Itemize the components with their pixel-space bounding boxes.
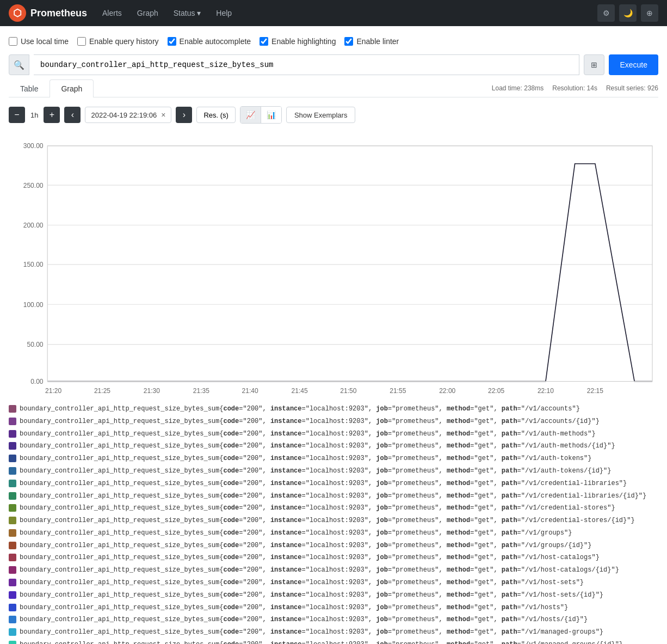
legend-color-6 (9, 480, 16, 487)
legend-item[interactable]: boundary_controller_api_http_request_siz… (9, 551, 658, 564)
tab-graph[interactable]: Graph (50, 79, 94, 97)
enable-highlighting-checkbox[interactable] (260, 37, 268, 46)
nav-alerts[interactable]: Alerts (96, 5, 128, 21)
tab-row: Table Graph Load time: 238ms Resolution:… (9, 79, 658, 97)
query-input[interactable] (34, 54, 579, 75)
legend-item[interactable]: boundary_controller_api_http_request_siz… (9, 465, 658, 477)
enable-linter-label[interactable]: Enable linter (344, 37, 399, 46)
tab-table[interactable]: Table (9, 79, 50, 97)
svg-text:22:00: 22:00 (439, 387, 455, 395)
nav-right: ⚙ 🌙 ⊕ (597, 4, 658, 22)
zoom-out-btn[interactable]: − (9, 107, 25, 123)
legend-color-2 (9, 430, 16, 438)
nav-graph[interactable]: Graph (131, 5, 165, 21)
legend-item[interactable]: boundary_controller_api_http_request_siz… (9, 428, 658, 440)
legend-item[interactable]: boundary_controller_api_http_request_siz… (9, 440, 658, 452)
legend-color-17 (9, 616, 16, 623)
legend-color-12 (9, 554, 16, 561)
legend: boundary_controller_api_http_request_siz… (9, 403, 658, 644)
legend-text-15: boundary_controller_api_http_request_siz… (20, 591, 603, 600)
graph-controls: − 1h + ‹ 2022-04-19 22:19:06 × › Res. (s… (9, 102, 658, 128)
svg-text:22:10: 22:10 (538, 387, 554, 395)
legend-color-8 (9, 504, 16, 512)
svg-text:22:05: 22:05 (488, 387, 504, 395)
timestamp-text: 2022-04-19 22:19:06 (91, 111, 157, 119)
line-chart-btn[interactable]: 📈 (240, 107, 261, 123)
legend-item[interactable]: boundary_controller_api_http_request_siz… (9, 514, 658, 527)
tab-meta: Load time: 238ms Resolution: 14s Result … (492, 80, 658, 96)
legend-item[interactable]: boundary_controller_api_http_request_siz… (9, 589, 658, 602)
svg-text:300.00: 300.00 (23, 142, 44, 150)
legend-item[interactable]: boundary_controller_api_http_request_siz… (9, 502, 658, 514)
svg-text:150.00: 150.00 (23, 261, 44, 268)
nav-help[interactable]: Help (209, 5, 238, 21)
use-local-time-label[interactable]: Use local time (9, 37, 69, 46)
enable-autocomplete-text: Enable autocomplete (180, 37, 251, 46)
svg-text:21:40: 21:40 (242, 387, 258, 395)
theme-icon-btn[interactable]: 🌙 (619, 4, 637, 22)
legend-item[interactable]: boundary_controller_api_http_request_siz… (9, 452, 658, 465)
legend-text-4: boundary_controller_api_http_request_siz… (20, 454, 591, 463)
legend-text-14: boundary_controller_api_http_request_siz… (20, 578, 584, 587)
legend-item[interactable]: boundary_controller_api_http_request_siz… (9, 626, 658, 639)
legend-text-0: boundary_controller_api_http_request_siz… (20, 404, 580, 414)
legend-color-13 (9, 566, 16, 574)
legend-text-9: boundary_controller_api_http_request_siz… (20, 516, 635, 525)
legend-text-1: boundary_controller_api_http_request_siz… (20, 417, 600, 426)
resolution-btn[interactable]: Res. (s) (196, 107, 236, 123)
nav-links: Alerts Graph Status ▾ Help (96, 5, 238, 21)
chart-container: 300.00 250.00 200.00 150.00 100.00 50.00… (9, 128, 658, 396)
legend-item[interactable]: boundary_controller_api_http_request_siz… (9, 639, 658, 644)
svg-text:250.00: 250.00 (23, 182, 44, 189)
legend-item[interactable]: boundary_controller_api_http_request_siz… (9, 602, 658, 614)
load-time: Load time: 238ms (492, 84, 544, 92)
svg-text:21:55: 21:55 (390, 387, 406, 395)
legend-item[interactable]: boundary_controller_api_http_request_siz… (9, 490, 658, 502)
legend-item[interactable]: boundary_controller_api_http_request_siz… (9, 527, 658, 539)
use-local-time-checkbox[interactable] (9, 37, 17, 46)
legend-color-18 (9, 628, 16, 636)
metrics-browser-btn[interactable]: ⊞ (584, 54, 604, 75)
time-back-btn[interactable]: ‹ (64, 107, 81, 123)
result-series: Result series: 926 (606, 84, 658, 92)
navbar: ⬡ Prometheus Alerts Graph Status ▾ Help … (0, 0, 667, 26)
legend-text-10: boundary_controller_api_http_request_siz… (20, 529, 572, 538)
duration-display: 1h (29, 111, 39, 119)
search-icon-btn[interactable]: 🔍 (9, 54, 29, 75)
execute-button[interactable]: Execute (609, 54, 658, 75)
enable-autocomplete-label[interactable]: Enable autocomplete (168, 37, 251, 46)
enable-query-history-checkbox[interactable] (77, 37, 86, 46)
enable-highlighting-label[interactable]: Enable highlighting (260, 37, 336, 46)
legend-color-9 (9, 517, 16, 524)
enable-query-history-label[interactable]: Enable query history (77, 37, 159, 46)
legend-text-13: boundary_controller_api_http_request_siz… (20, 566, 619, 575)
time-forward-btn[interactable]: › (176, 107, 192, 123)
legend-color-16 (9, 604, 16, 611)
svg-text:22:15: 22:15 (587, 387, 603, 395)
clear-time-btn[interactable]: × (161, 111, 165, 119)
legend-item[interactable]: boundary_controller_api_http_request_siz… (9, 415, 658, 428)
settings-icon-btn[interactable]: ⚙ (597, 4, 615, 22)
enable-autocomplete-checkbox[interactable] (168, 37, 176, 46)
legend-item[interactable]: boundary_controller_api_http_request_siz… (9, 403, 658, 415)
legend-item[interactable]: boundary_controller_api_http_request_siz… (9, 576, 658, 589)
legend-item[interactable]: boundary_controller_api_http_request_siz… (9, 539, 658, 552)
stacked-chart-btn[interactable]: 📊 (261, 107, 281, 123)
legend-item[interactable]: boundary_controller_api_http_request_siz… (9, 477, 658, 490)
svg-text:21:45: 21:45 (292, 387, 308, 395)
enable-linter-checkbox[interactable] (344, 37, 353, 46)
show-exemplars-btn[interactable]: Show Exemplars (286, 107, 356, 123)
help-icon-btn[interactable]: ⊕ (641, 4, 658, 22)
brand-name: Prometheus (30, 8, 87, 19)
nav-status[interactable]: Status ▾ (167, 5, 208, 21)
legend-text-11: boundary_controller_api_http_request_siz… (20, 541, 591, 550)
legend-item[interactable]: boundary_controller_api_http_request_siz… (9, 564, 658, 576)
time-display: 2022-04-19 22:19:06 × (85, 107, 171, 123)
svg-text:50.00: 50.00 (27, 341, 43, 348)
brand-link[interactable]: ⬡ Prometheus (9, 4, 87, 22)
legend-text-19: boundary_controller_api_http_request_siz… (20, 640, 623, 644)
legend-item[interactable]: boundary_controller_api_http_request_siz… (9, 614, 658, 626)
svg-text:21:35: 21:35 (193, 387, 209, 395)
zoom-in-btn[interactable]: + (44, 107, 60, 123)
legend-text-3: boundary_controller_api_http_request_siz… (20, 441, 615, 451)
